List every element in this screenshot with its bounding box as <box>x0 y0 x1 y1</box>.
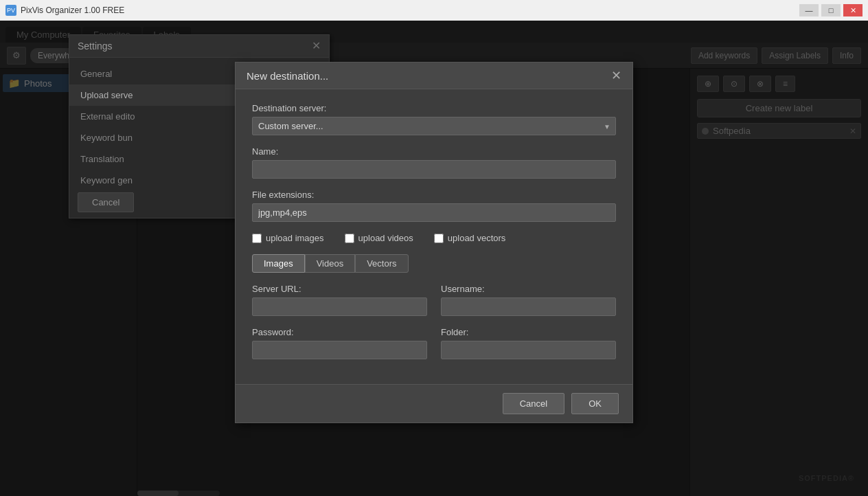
window-controls: — □ ✕ <box>799 4 863 16</box>
server-url-input[interactable] <box>252 297 427 316</box>
dialog-overlay: New destination... ✕ Destination server:… <box>0 21 868 496</box>
dialog-title: New destination... <box>247 70 328 82</box>
folder-label: Folder: <box>441 327 616 337</box>
username-input[interactable] <box>441 297 616 316</box>
username-label: Username: <box>441 284 616 294</box>
upload-videos-checkbox[interactable]: upload videos <box>345 233 413 243</box>
maximize-button[interactable]: □ <box>821 4 841 16</box>
app-title: PixVis Organizer 1.00 FREE <box>21 5 124 15</box>
server-url-username-row: Server URL: Username: <box>252 284 616 316</box>
file-extensions-group: File extensions: <box>252 190 616 222</box>
upload-videos-input[interactable] <box>345 234 354 243</box>
dialog-close-btn[interactable]: ✕ <box>611 69 621 82</box>
destination-server-select-wrapper: Custom server... <box>252 117 616 135</box>
minimize-button[interactable]: — <box>799 4 819 16</box>
file-extensions-input[interactable] <box>252 203 616 222</box>
sub-tabs: Images Videos Vectors <box>252 254 616 273</box>
password-folder-row: Password: Folder: <box>252 327 616 359</box>
app-area: My Computer Favorites Labels ⚙ Everywher… <box>0 21 868 496</box>
password-input[interactable] <box>252 341 427 359</box>
name-label: Name: <box>252 146 616 157</box>
upload-images-checkbox[interactable]: upload images <box>252 233 324 243</box>
dialog-footer: Cancel OK <box>236 384 632 422</box>
sub-tab-vectors[interactable]: Vectors <box>355 254 408 273</box>
upload-vectors-checkbox[interactable]: upload vectors <box>434 233 506 243</box>
server-url-col: Server URL: <box>252 284 427 316</box>
new-destination-dialog: New destination... ✕ Destination server:… <box>235 62 633 423</box>
password-col: Password: <box>252 327 427 359</box>
server-url-label: Server URL: <box>252 284 427 294</box>
folder-col: Folder: <box>441 327 616 359</box>
close-button[interactable]: ✕ <box>843 4 863 16</box>
password-label: Password: <box>252 327 427 337</box>
upload-images-input[interactable] <box>252 234 262 243</box>
name-group: Name: <box>252 146 616 179</box>
sub-tab-videos[interactable]: Videos <box>305 254 356 273</box>
destination-server-group: Destination server: Custom server... <box>252 103 616 135</box>
upload-checkboxes: upload images upload videos upload vecto… <box>252 233 616 243</box>
dialog-titlebar: New destination... ✕ <box>236 63 632 89</box>
upload-vectors-label: upload vectors <box>448 233 506 243</box>
sub-tab-images[interactable]: Images <box>252 254 305 273</box>
folder-input[interactable] <box>441 341 616 359</box>
file-extensions-label: File extensions: <box>252 190 616 200</box>
app-icon: PV <box>5 5 16 16</box>
upload-videos-label: upload videos <box>358 233 413 243</box>
destination-server-label: Destination server: <box>252 103 616 113</box>
destination-server-select[interactable]: Custom server... <box>252 117 616 135</box>
upload-vectors-input[interactable] <box>434 234 444 243</box>
dialog-ok-btn[interactable]: OK <box>571 393 619 414</box>
name-input[interactable] <box>252 160 616 179</box>
username-col: Username: <box>441 284 616 316</box>
titlebar: PV PixVis Organizer 1.00 FREE — □ ✕ <box>0 0 868 21</box>
dialog-cancel-btn[interactable]: Cancel <box>503 393 564 414</box>
upload-images-label: upload images <box>266 233 324 243</box>
dialog-body: Destination server: Custom server... Nam… <box>236 89 632 384</box>
